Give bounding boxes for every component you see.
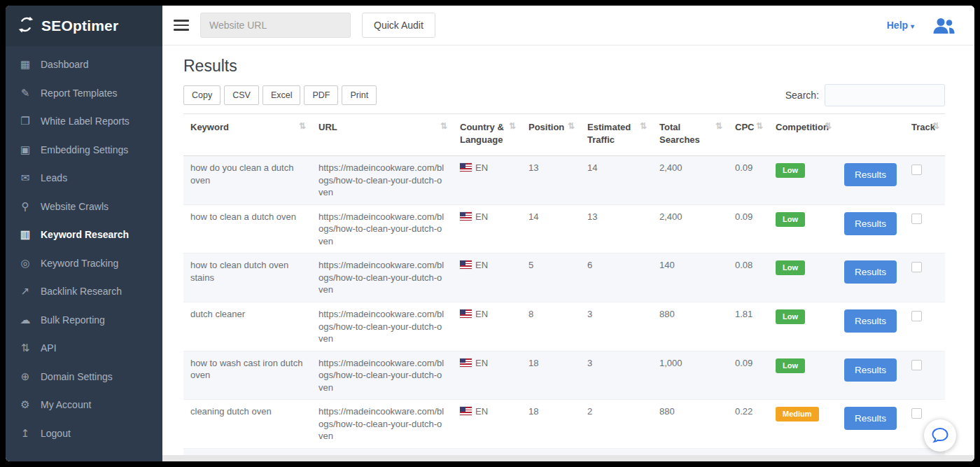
track-checkbox[interactable] [911, 360, 922, 370]
column-header-url[interactable]: URL⇅ [312, 114, 453, 156]
sort-icon: ⇅ [825, 121, 832, 134]
column-header-cpc[interactable]: CPC⇅ [728, 114, 769, 156]
track-checkbox[interactable] [911, 262, 922, 272]
cell-keyword: how do you clean a dutch oven [183, 156, 312, 205]
dashboard-icon: ▦ [19, 58, 31, 71]
cell-estimated-traffic: 2 [580, 448, 652, 455]
table-row: how to wash cast iron dutch oven https:/… [183, 351, 945, 400]
sidebar-item-keyword-research[interactable]: ▥ Keyword Research [6, 221, 162, 249]
results-button[interactable]: Results [844, 163, 897, 186]
cell-cpc: 0.09 [728, 156, 769, 205]
results-button[interactable]: Results [844, 212, 897, 235]
cell-cpc: 1.81 [728, 302, 769, 351]
results-button[interactable]: Results [844, 407, 897, 430]
sidebar-item-report-templates[interactable]: ✎ Report Templates [6, 79, 162, 108]
us-flag-icon [460, 260, 472, 269]
csv-export-button[interactable]: CSV [224, 85, 259, 105]
table-row: how do you clean a dutch oven https://ma… [183, 156, 945, 205]
language-code: EN [475, 406, 488, 417]
leads-icon: ✉ [19, 172, 31, 184]
sidebar-item-domain-settings[interactable]: ⊕ Domain Settings [6, 363, 162, 391]
sidebar-item-logout[interactable]: ↥ Logout [6, 419, 162, 448]
results-button[interactable]: Results [844, 260, 897, 284]
track-checkbox[interactable] [911, 214, 922, 224]
cell-country: EN [453, 400, 522, 449]
cell-url: https://madeincookware.com/blogs/how-to-… [312, 253, 453, 302]
help-menu[interactable]: Help ▾ [887, 20, 914, 31]
column-header-total-searches[interactable]: Total Searches⇅ [652, 114, 728, 156]
column-header-track[interactable]: Track⇅ [904, 114, 945, 156]
cell-total-searches: 880 [652, 400, 728, 449]
column-header-country-language[interactable]: Country & Language⇅ [453, 114, 522, 156]
print-export-button[interactable]: Print [342, 85, 377, 105]
sidebar-item-backlink-research[interactable]: ↗ Backlink Research [6, 277, 162, 306]
sidebar-item-leads[interactable]: ✉ Leads [6, 164, 162, 193]
cell-estimated-traffic: 2 [580, 400, 652, 449]
sort-icon: ⇅ [509, 121, 516, 146]
cell-url: https://madeincookware.com/blogs/how-to-… [312, 400, 453, 449]
logout-icon: ↥ [19, 427, 31, 440]
page-title: Results [183, 57, 945, 76]
results-button[interactable]: Results [844, 358, 897, 382]
cell-url: https://madeincookware.com/blogs/how-to-… [312, 302, 453, 351]
brand-name: SEOptimer [41, 18, 118, 34]
pdf-export-button[interactable]: PDF [304, 85, 338, 105]
seoptimer-logo-icon [17, 15, 35, 36]
cell-country: EN [453, 156, 522, 205]
track-checkbox[interactable] [911, 165, 922, 175]
bulk-reporting-icon: ☁ [19, 314, 31, 326]
competition-badge: Low [776, 358, 805, 373]
language-code: EN [475, 211, 488, 222]
cell-position: 8 [522, 302, 580, 351]
us-flag-icon [460, 309, 472, 318]
website-url-input[interactable] [200, 13, 351, 38]
white-label-reports-icon: ❐ [19, 115, 31, 127]
language-code: EN [475, 260, 488, 270]
results-table: Keyword⇅URL⇅Country & Language⇅Position⇅… [183, 113, 945, 455]
sidebar-item-my-account[interactable]: ⚙ My Account [6, 391, 162, 419]
sidebar-item-bulk-reporting[interactable]: ☁ Bulk Reporting [6, 306, 162, 335]
sidebar-item-dashboard[interactable]: ▦ Dashboard [6, 50, 162, 79]
track-checkbox[interactable] [911, 311, 922, 321]
table-row: how to clean dutch oven stains https://m… [183, 253, 945, 302]
cell-country: EN [453, 351, 522, 400]
sidebar-item-website-crawls[interactable]: ⚲ Website Crawls [6, 193, 162, 221]
chat-widget-button[interactable] [924, 419, 956, 452]
sidebar-item-white-label-reports[interactable]: ❐ White Label Reports [6, 107, 162, 136]
competition-badge: Medium [776, 407, 819, 421]
results-button[interactable]: Results [844, 309, 897, 333]
search-input[interactable] [825, 84, 945, 106]
column-header-estimated-traffic[interactable]: Estimated Traffic⇅ [580, 114, 652, 156]
website-crawls-icon: ⚲ [19, 200, 31, 213]
sidebar-item-api[interactable]: ⇅ API [6, 334, 162, 363]
column-header-competition[interactable]: Competition⇅ [769, 114, 837, 156]
menu-toggle-icon[interactable] [174, 20, 189, 31]
excel-export-button[interactable]: Excel [262, 85, 301, 105]
cell-url: https://madeincookware.com/blogs/how-to-… [312, 156, 453, 205]
sidebar-item-embedding-settings[interactable]: ▣ Embedding Settings [6, 136, 162, 165]
table-row: dutch cleaner https://madeincookware.com… [183, 302, 945, 351]
search-label: Search: [785, 90, 819, 101]
language-code: EN [475, 309, 488, 319]
cell-cpc: 0.09 [728, 204, 769, 253]
cell-keyword: how to clean a dutch oven [183, 204, 312, 253]
column-header-actions [837, 114, 904, 156]
quick-audit-button[interactable]: Quick Audit [362, 13, 435, 38]
cell-cpc: 0.09 [728, 351, 769, 400]
cell-total-searches: 1,300 [652, 448, 728, 455]
cell-estimated-traffic: 6 [580, 253, 652, 302]
column-header-keyword[interactable]: Keyword⇅ [183, 114, 312, 156]
brand-logo[interactable]: SEOptimer [6, 6, 162, 46]
cell-estimated-traffic: 13 [580, 204, 652, 253]
track-checkbox[interactable] [911, 408, 922, 419]
column-header-position[interactable]: Position⇅ [522, 114, 580, 156]
topbar: Quick Audit Help ▾ [162, 6, 974, 46]
cell-total-searches: 880 [652, 302, 728, 351]
sidebar-item-keyword-tracking[interactable]: ◎ Keyword Tracking [6, 249, 162, 278]
cell-cpc: 0.17 [728, 448, 769, 455]
copy-export-button[interactable]: Copy [183, 85, 220, 105]
user-account-icon[interactable] [931, 16, 956, 35]
sort-icon: ⇅ [756, 121, 763, 134]
export-buttons: CopyCSVExcelPDFPrint [183, 85, 377, 105]
table-header-row: Keyword⇅URL⇅Country & Language⇅Position⇅… [183, 114, 945, 156]
